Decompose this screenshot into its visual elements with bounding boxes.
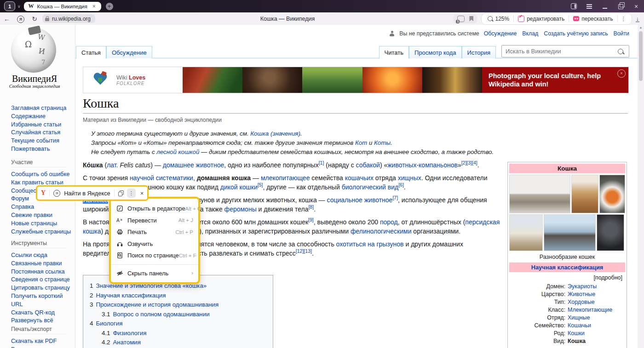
personal-link[interactable]: Создать учётную запись xyxy=(544,30,608,37)
toc-item[interactable]: 4Биология xyxy=(90,319,273,329)
copy-icon[interactable] xyxy=(118,190,123,196)
classification-value-link[interactable]: Кошка xyxy=(568,337,586,345)
sidebar-link[interactable]: Избранные статьи xyxy=(11,120,72,129)
wiki-loves-folklore-banner[interactable]: Wiki Loves FOLKLORE Photograph your loca… xyxy=(83,67,629,93)
sidebar-link[interactable]: Случайная статья xyxy=(11,128,72,137)
classification-value-link[interactable]: Эукариоты xyxy=(568,283,597,291)
banner-close-icon[interactable]: × xyxy=(617,69,626,78)
page-scrollbar[interactable]: ▲ xyxy=(638,25,644,348)
scroll-up-arrow[interactable]: ▲ xyxy=(638,26,644,29)
wiki-search-box[interactable]: Искать в Википедии xyxy=(501,45,629,57)
zoom-control[interactable]: 125% xyxy=(483,16,513,22)
new-tab-button[interactable]: + xyxy=(106,3,113,10)
cat-photo[interactable] xyxy=(509,214,543,251)
bookmark-icon[interactable] xyxy=(469,16,473,22)
toc-item[interactable]: 2Научная классификация xyxy=(90,291,273,301)
sidebar-link[interactable]: Новые страницы xyxy=(11,219,72,228)
edit-page-button[interactable]: редактировать xyxy=(514,16,569,22)
sidebar-link[interactable]: Ссылки сюда xyxy=(11,251,72,259)
toc-item[interactable]: 3.1Вопрос о полном одомашнивании xyxy=(90,310,273,319)
scrollbar-thumb[interactable] xyxy=(639,31,643,81)
retell-button[interactable]: пересказать xyxy=(569,16,617,22)
protect-icon[interactable]: 1 xyxy=(457,16,465,22)
tab-read[interactable]: Читать xyxy=(379,46,409,59)
search-icon[interactable] xyxy=(618,49,623,54)
sidebar-link[interactable]: Версия для печати xyxy=(11,345,72,348)
reload-icon[interactable]: ↻ xyxy=(28,15,41,23)
sidebar-link[interactable]: Пожертвовать xyxy=(11,145,72,153)
classification-value-link[interactable]: Кошачьи xyxy=(568,322,591,330)
sidebar-link[interactable]: Заглавная страница xyxy=(11,104,72,112)
popup-more-button[interactable]: ⋮ xyxy=(127,188,136,198)
side-panel-icon[interactable] xyxy=(566,0,581,12)
cat-photo[interactable] xyxy=(597,214,624,251)
classification-value-link[interactable]: Хищные xyxy=(568,314,590,322)
lock-icon xyxy=(45,18,49,21)
close-window-icon[interactable]: × xyxy=(628,0,644,12)
toc-item[interactable]: 4.1Физиология xyxy=(90,329,273,338)
classification-row: Класс: Млекопитающие xyxy=(511,306,623,314)
wikipedia-globe-logo[interactable]: ΩWИ7 xyxy=(11,28,56,73)
sidebar-section-title: Печать/экспорт xyxy=(11,326,66,334)
sidebar-link[interactable]: Скачать как PDF xyxy=(11,337,72,345)
toc-item[interactable]: 4.2Анатомия xyxy=(90,338,273,348)
classification-value-link[interactable]: Млекопитающие xyxy=(568,306,612,314)
sidebar-link[interactable]: Постоянная ссылка xyxy=(11,268,72,276)
yandex-services-icon[interactable]: Я xyxy=(14,15,28,23)
banner-photo xyxy=(422,67,482,93)
classification-row: Род: Кошки xyxy=(511,330,623,337)
sidebar-link[interactable]: Сообщить об ошибке xyxy=(11,170,72,178)
menu-item-print[interactable]: Печать Ctrl + P xyxy=(111,226,198,238)
menu-item-hide-panel[interactable]: Скрыть панель › xyxy=(111,268,198,280)
classification-value-link[interactable]: Хордовые xyxy=(568,298,595,306)
tab-view-source[interactable]: Просмотр кода xyxy=(409,46,462,58)
sidebar-link[interactable]: Служебные страницы xyxy=(11,228,72,236)
menu-item-open-in-editor[interactable]: Открыть в редакторе Alt + O xyxy=(111,203,198,215)
sidebar-link[interactable]: Сведения о странице xyxy=(11,275,72,284)
downloads-icon[interactable]: ↓ xyxy=(636,16,640,22)
banner-cta[interactable]: Photograph your local culture, help Wiki… xyxy=(482,67,628,93)
browser-menu-icon[interactable] xyxy=(581,0,597,12)
tab-group-button[interactable]: 1 xyxy=(4,1,15,11)
sidebar-link[interactable]: Цитировать страницу xyxy=(11,284,72,292)
cat-photo[interactable] xyxy=(509,175,570,213)
tab-close-icon[interactable]: × xyxy=(92,3,96,10)
sidebar-link[interactable]: Текущие события xyxy=(11,137,72,145)
sidebar-link[interactable]: Содержание xyxy=(11,112,72,120)
tab-article[interactable]: Статья xyxy=(76,46,106,59)
cat-photo[interactable] xyxy=(544,214,596,251)
namespace-tabs: Статья Обсуждение xyxy=(76,46,152,59)
back-icon[interactable]: ← xyxy=(0,15,14,23)
tab-history[interactable]: История xyxy=(462,46,496,58)
address-bar[interactable]: ru.wikipedia.org xyxy=(42,14,95,23)
more-actions-icon[interactable]: ⋮ xyxy=(618,16,630,22)
menu-item-translate[interactable]: Aж Перевести Alt + J xyxy=(111,215,198,227)
cat-photo[interactable] xyxy=(599,175,625,213)
popup-close-icon[interactable]: × xyxy=(140,190,144,197)
find-in-yandex-button[interactable]: Найти в Яндексе xyxy=(64,190,110,197)
sidebar-link[interactable]: Развернуть всё xyxy=(11,316,72,325)
classification-value-link[interactable]: Животные xyxy=(568,291,595,298)
sidebar-link[interactable]: Получить короткий URL xyxy=(11,292,72,308)
wikipedia-wordmark: ВикипедиЯ xyxy=(0,74,69,84)
sidebar-link[interactable]: Скачать QR-код xyxy=(11,308,72,317)
minimize-icon[interactable] xyxy=(597,0,613,12)
personal-link[interactable]: Обсуждение xyxy=(484,30,517,37)
classification-value-link[interactable]: Кошки xyxy=(568,330,585,337)
menu-item-find-on-page[interactable]: Поиск по странице Ctrl + F xyxy=(111,250,198,262)
restore-icon[interactable] xyxy=(613,0,628,12)
classification-header[interactable]: Научная классификация xyxy=(509,262,625,272)
toc-item[interactable]: 3Происхождение и история одомашнивания xyxy=(90,300,273,310)
browser-tab-active[interactable]: W Кошка — Википедия × xyxy=(24,2,101,11)
details-link[interactable]: [подробно] xyxy=(509,272,625,282)
chevron-down-icon[interactable]: ∨ xyxy=(17,4,21,9)
personal-link[interactable]: Вклад xyxy=(522,30,538,37)
menu-item-read-aloud[interactable]: Озвучить xyxy=(111,238,198,250)
personal-link[interactable]: Войти xyxy=(614,30,629,37)
sidebar-link[interactable]: Свежие правки xyxy=(11,211,72,219)
cat-photo[interactable] xyxy=(571,175,598,213)
sidebar-link[interactable]: Связанные правки xyxy=(11,259,72,268)
sidebar-link[interactable]: Справка xyxy=(11,203,72,211)
tab-talk[interactable]: Обсуждение xyxy=(106,46,152,58)
sidebar-print-export: Печать/экспорт Скачать как PDFВерсия для… xyxy=(11,326,72,348)
